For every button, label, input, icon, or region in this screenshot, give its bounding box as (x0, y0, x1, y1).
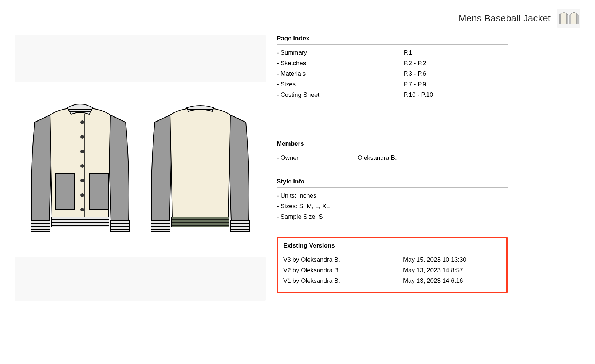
members-section: Members - OwnerOleksandra B. (277, 140, 508, 163)
version-label: V2 by Oleksandra B. (283, 265, 403, 276)
svg-point-5 (80, 135, 84, 139)
page-index-value: P.3 - P.6 (404, 69, 508, 79)
page-index-label: - Costing Sheet (277, 90, 404, 100)
existing-versions-highlight: Existing Versions V3 by Oleksandra B.May… (277, 237, 508, 293)
svg-point-6 (80, 150, 84, 153)
version-date: May 13, 2023 14:6:16 (403, 276, 501, 286)
tech-pack-page: Mens Baseball Jacket (0, 0, 595, 364)
product-thumbnail (557, 9, 580, 28)
placeholder-box-top (15, 35, 266, 82)
svg-point-9 (80, 193, 84, 197)
placeholder-box-bottom (15, 257, 266, 301)
style-info-item: - Units: Inches (277, 191, 404, 201)
style-info-section: Style Info - Units: Inches - Sizes: S, M… (277, 178, 508, 222)
section-header-style-info: Style Info (277, 178, 508, 188)
page-index-label: - Sizes (277, 79, 404, 90)
page-index-value: P.2 - P.2 (404, 58, 508, 69)
member-name: Oleksandra B. (358, 153, 508, 163)
jacket-front-sketch (24, 97, 137, 242)
version-label: V3 by Oleksandra B. (283, 255, 403, 265)
style-info-item: - Sizes: S, M, L, XL (277, 201, 404, 212)
page-index-value: P.1 (404, 48, 508, 58)
sketch-area (15, 93, 266, 246)
style-info-item: - Sample Size: S (277, 212, 404, 222)
svg-point-10 (80, 208, 84, 211)
main-content: Page Index - SummaryP.1 - SketchesP.2 - … (15, 35, 580, 352)
right-panel: Page Index - SummaryP.1 - SketchesP.2 - … (273, 35, 580, 352)
page-index-value: P.7 - P.9 (404, 79, 508, 90)
version-date: May 13, 2023 14:8:57 (403, 265, 501, 276)
header: Mens Baseball Jacket (15, 9, 580, 28)
page-index-label: - Sketches (277, 58, 404, 69)
left-panel (15, 35, 266, 352)
page-index-section: Page Index - SummaryP.1 - SketchesP.2 - … (277, 35, 508, 100)
page-index-label: - Materials (277, 69, 404, 79)
page-title: Mens Baseball Jacket (458, 13, 551, 24)
svg-point-4 (80, 120, 84, 124)
version-label: V1 by Oleksandra B. (283, 276, 403, 286)
page-index-label: - Summary (277, 48, 404, 58)
version-date: May 15, 2023 10:13:30 (403, 255, 501, 265)
svg-point-7 (80, 164, 84, 168)
member-role: - Owner (277, 153, 358, 163)
jacket-mini-icon (559, 10, 579, 26)
section-header-versions: Existing Versions (283, 242, 501, 252)
svg-point-8 (80, 179, 84, 182)
jacket-back-sketch (144, 97, 257, 242)
page-index-value: P.10 - P.10 (404, 90, 508, 100)
section-header-page-index: Page Index (277, 35, 508, 45)
section-header-members: Members (277, 140, 508, 150)
